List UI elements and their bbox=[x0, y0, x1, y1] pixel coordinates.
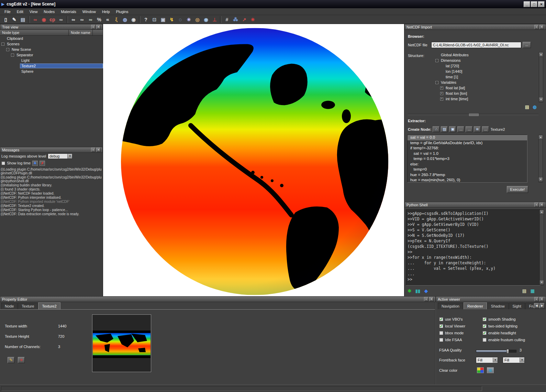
tree-item-int-time-time[interactable]: +int time [time] bbox=[434, 96, 524, 102]
scroll-up-icon[interactable]: ▲ bbox=[540, 210, 544, 215]
menu-file[interactable]: File bbox=[1, 9, 14, 14]
pin-icon[interactable]: ▪ bbox=[534, 203, 539, 207]
wire-cube-icon[interactable]: ▣ bbox=[159, 16, 167, 23]
structure-scrollbar[interactable]: ▲ ▼ bbox=[539, 52, 543, 102]
tab-renderer[interactable]: Renderer bbox=[464, 302, 487, 309]
help-sphere-icon[interactable]: ? bbox=[142, 16, 150, 23]
viewport-3d[interactable] bbox=[103, 24, 404, 296]
delete-texture-icon[interactable]: ✳ bbox=[18, 357, 25, 363]
close-icon[interactable]: ✕ bbox=[429, 297, 434, 301]
menu-view[interactable]: View bbox=[26, 9, 41, 14]
tree-item-float-lon-lon[interactable]: +float lon [lon] bbox=[434, 91, 524, 96]
wave-node-icon[interactable]: ≋ bbox=[474, 126, 481, 132]
menu-plugins[interactable]: Plugins bbox=[113, 9, 132, 14]
dotted-sphere-icon[interactable]: ◌ bbox=[176, 16, 184, 23]
tab-node[interactable]: Node bbox=[1, 303, 18, 309]
tree-item-global-attributes[interactable]: Global Attributes bbox=[434, 52, 524, 58]
checkbox-enable-frustum-culling[interactable]: enable frustum culling bbox=[482, 336, 525, 343]
tree-item-separator[interactable]: -Separator bbox=[0, 52, 103, 58]
pin-icon[interactable]: ▪ bbox=[91, 148, 96, 152]
monitor-icon[interactable]: ⊡ bbox=[151, 16, 158, 23]
expander-icon[interactable]: + bbox=[440, 92, 443, 95]
tree-item-sphere[interactable]: Sphere bbox=[0, 69, 103, 74]
execute-button[interactable]: Execute! bbox=[507, 186, 528, 193]
tree-item-new-scene[interactable]: -New Scene bbox=[0, 47, 103, 52]
checkbox-bbox-mode[interactable]: bbox mode bbox=[439, 330, 465, 336]
expander-icon[interactable]: - bbox=[435, 59, 438, 62]
close-button[interactable]: ✕ bbox=[538, 1, 545, 7]
tab-texture2[interactable]: Texture2 bbox=[38, 302, 60, 309]
table-icon[interactable]: ▤ bbox=[524, 104, 530, 110]
tab-shadow[interactable]: Shadow bbox=[487, 303, 509, 309]
maximize-button[interactable]: □ bbox=[531, 1, 537, 7]
edit-texture-icon[interactable]: ✎ bbox=[8, 357, 14, 363]
more-button-1[interactable]: ... bbox=[457, 126, 464, 132]
minimize-button[interactable]: _ bbox=[524, 1, 530, 7]
checkbox-box-icon[interactable] bbox=[439, 331, 443, 335]
refresh-icon[interactable]: ✱ bbox=[406, 288, 413, 294]
checkbox-box-icon[interactable]: ✓ bbox=[439, 317, 443, 321]
eyes-icon[interactable]: ∞ bbox=[69, 16, 77, 23]
expander-icon[interactable]: - bbox=[1, 43, 4, 46]
checkbox-use-vbo-s[interactable]: ✓use VBO's bbox=[439, 316, 465, 323]
save-icon[interactable]: ▤ bbox=[19, 16, 27, 23]
checkbox-local-viewer[interactable]: ✓local Viewer bbox=[439, 323, 465, 330]
close-icon[interactable]: ✕ bbox=[539, 203, 544, 207]
scroll-down-icon[interactable]: ▼ bbox=[539, 177, 543, 182]
tree-item-texture2[interactable]: Texture2 bbox=[0, 63, 103, 69]
open-script-icon[interactable]: ▤ bbox=[521, 288, 527, 294]
menu-help[interactable]: Help bbox=[99, 9, 113, 14]
expander-icon[interactable]: + bbox=[440, 87, 443, 90]
graph-nodes-icon[interactable]: ⁂ bbox=[232, 16, 239, 23]
browse-button[interactable]: ... bbox=[523, 42, 531, 48]
checkbox-enable-headlight[interactable]: ✓enable headlight bbox=[482, 330, 525, 336]
grid-sphere-icon[interactable]: ◍ bbox=[121, 16, 129, 23]
checkbox-idle-fsaa[interactable]: Idle FSAA bbox=[439, 336, 465, 343]
tab-texture[interactable]: Texture bbox=[18, 303, 38, 309]
scroll-down-icon[interactable]: ▼ bbox=[540, 280, 544, 285]
star-sphere-icon[interactable]: ✳ bbox=[185, 16, 193, 23]
image-node-icon[interactable]: ▣ bbox=[449, 126, 456, 132]
menu-edit[interactable]: Edit bbox=[14, 9, 26, 14]
red-spheres-icon[interactable]: ∞ bbox=[31, 16, 39, 23]
fsaa-quality-slider[interactable] bbox=[476, 350, 516, 353]
tree-item-time-1[interactable]: time [1] bbox=[434, 74, 524, 80]
hatch-node-icon[interactable]: ▨ bbox=[441, 126, 448, 132]
save-script-icon[interactable]: ▦ bbox=[530, 288, 536, 294]
torus-icon[interactable]: ◎ bbox=[193, 16, 201, 23]
scroll-up-icon[interactable]: ▲ bbox=[539, 135, 543, 140]
expander-icon[interactable]: - bbox=[11, 54, 14, 57]
expander-icon[interactable]: - bbox=[435, 81, 438, 84]
tree-item-clipboard[interactable]: Clipboard bbox=[0, 36, 103, 41]
new-file-icon[interactable]: ▯ bbox=[2, 16, 10, 23]
font-icon[interactable]: A bbox=[32, 161, 38, 166]
eye-icon[interactable]: ◉ bbox=[202, 16, 210, 23]
pin-icon[interactable]: ▪ bbox=[424, 297, 428, 301]
checkbox-smooth-shading[interactable]: ✓smooth Shading bbox=[482, 316, 525, 323]
checkbox-box-icon[interactable]: ✓ bbox=[482, 317, 487, 321]
sphere-pair-icon[interactable]: ◉ bbox=[130, 16, 137, 23]
extractor-code-editor[interactable]: sat = val = 0.0temp = gFile.GetValAsDoub… bbox=[407, 135, 527, 183]
globe-icon[interactable]: ◍ bbox=[532, 104, 538, 110]
slider-handle[interactable] bbox=[506, 349, 509, 354]
clear-color-swatch[interactable] bbox=[477, 367, 484, 373]
checkbox-box-icon[interactable] bbox=[482, 338, 487, 342]
close-icon[interactable]: ✕ bbox=[96, 25, 101, 29]
tab-sight[interactable]: Sight bbox=[509, 303, 525, 309]
eyes-cross-icon[interactable]: ∝ bbox=[104, 16, 112, 23]
tree-item-float-lat-lat[interactable]: +float lat [lat] bbox=[434, 85, 524, 91]
pause-icon[interactable]: ▮▮ bbox=[415, 288, 421, 294]
graph-arrow-icon[interactable]: ↗ bbox=[240, 16, 248, 23]
checkbox-box-icon[interactable]: ✓ bbox=[439, 324, 443, 328]
splitter-handle[interactable] bbox=[408, 114, 538, 115]
eyes-percent-icon[interactable]: % bbox=[95, 16, 103, 23]
pin-icon[interactable]: ▪ bbox=[534, 25, 539, 29]
expander-icon[interactable]: + bbox=[440, 97, 443, 101]
back-face-select[interactable]: Fill ▼ bbox=[503, 357, 525, 363]
tree-item-lon-1440[interactable]: lon [1440] bbox=[434, 69, 524, 74]
chevron-right-icon[interactable]: ▶ bbox=[539, 303, 545, 309]
pin-icon[interactable]: ▪ bbox=[534, 297, 539, 301]
menu-window[interactable]: Window bbox=[79, 9, 99, 14]
checkbox-box-icon[interactable] bbox=[439, 338, 443, 342]
more-button-3[interactable]: ... bbox=[482, 126, 489, 132]
